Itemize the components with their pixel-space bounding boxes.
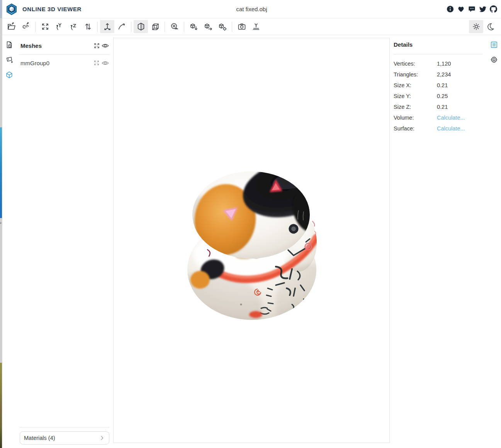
theme-toggle — [469, 20, 498, 33]
fit-mesh-icon[interactable] — [92, 59, 101, 67]
detail-value: 0.25 — [437, 93, 448, 99]
app-logo-icon — [5, 3, 18, 15]
details-row: Surface:Calculate... — [394, 123, 486, 134]
details-row: Triangles:2,234 — [394, 69, 486, 80]
measure-icon[interactable] — [167, 20, 182, 33]
flip-up-vector-icon[interactable] — [81, 20, 95, 33]
divider — [19, 54, 110, 55]
details-panel-icon[interactable] — [489, 40, 499, 49]
details-row: Volume:Calculate... — [394, 112, 486, 123]
meshes-panel-title: Meshes — [20, 42, 92, 49]
header: ONLINE 3D VIEWER cat fixed.obj — [2, 0, 501, 19]
set-z-up-icon[interactable] — [66, 20, 81, 33]
dark-theme-icon[interactable] — [483, 20, 498, 33]
app-title: ONLINE 3D VIEWER — [22, 6, 82, 12]
settings-icon[interactable] — [489, 55, 499, 64]
toolbar-separator — [232, 22, 232, 32]
fit-all-meshes-icon[interactable] — [92, 41, 101, 50]
details-row: Size Z:0.21 — [394, 101, 486, 112]
detail-label: Size Y: — [394, 93, 437, 99]
materials-button-label: Materials (4) — [24, 435, 99, 441]
detail-value: 0.21 — [437, 82, 448, 88]
detail-value: 0.21 — [437, 104, 448, 110]
set-y-up-icon[interactable] — [52, 20, 66, 33]
toolbar-separator — [97, 22, 98, 32]
detail-value: 2,234 — [437, 71, 451, 78]
open-url-icon[interactable] — [19, 20, 33, 33]
file-details-icon[interactable] — [5, 40, 14, 49]
toolbar-separator — [184, 22, 184, 32]
detail-label: Size X: — [394, 82, 437, 88]
feedback-icon[interactable] — [468, 5, 476, 13]
detail-value: 1,120 — [437, 61, 451, 67]
calculate-volume-link[interactable]: Calculate... — [437, 115, 465, 121]
mesh-item-label: mmGroup0 — [20, 60, 92, 66]
solid-view-icon[interactable] — [134, 20, 148, 33]
background-sliver-arrow: › — [0, 220, 2, 225]
twitter-icon[interactable] — [479, 5, 486, 13]
social-links — [447, 5, 497, 13]
print-icon[interactable] — [249, 20, 263, 33]
show-hide-mesh-icon[interactable] — [101, 59, 109, 67]
snapshot-icon[interactable] — [234, 20, 249, 33]
materials-button[interactable]: Materials (4) — [20, 431, 109, 445]
calculate-surface-link[interactable]: Calculate... — [437, 125, 465, 132]
toolbar-separator — [165, 22, 165, 32]
details-panel-title: Details — [394, 41, 413, 48]
detail-label: Vertices: — [394, 61, 437, 67]
open-file-icon[interactable] — [4, 20, 19, 33]
wireframe-view-icon[interactable] — [148, 20, 162, 33]
detail-label: Size Z: — [394, 104, 437, 110]
heart-icon[interactable] — [457, 5, 465, 13]
meshes-panel: Meshes mmGroup0 Materials (4) — [16, 35, 113, 448]
fixed-up-vector-icon[interactable] — [100, 20, 114, 33]
materials-rail-icon[interactable] — [5, 55, 14, 64]
detail-label: Volume: — [394, 115, 437, 121]
chevron-right-icon — [99, 435, 105, 441]
light-theme-icon[interactable] — [469, 20, 483, 33]
details-row: Vertices:1,120 — [394, 58, 486, 69]
divider — [394, 54, 482, 54]
details-row: Size X:0.21 — [394, 80, 486, 91]
right-rail — [487, 35, 501, 448]
meshes-rail-icon[interactable] — [5, 70, 14, 79]
viewport-3d-canvas[interactable] — [113, 38, 390, 443]
cat-model — [114, 38, 389, 442]
left-rail — [2, 35, 16, 448]
embed-icon[interactable] — [215, 20, 229, 33]
share-icon[interactable] — [201, 20, 215, 33]
github-icon[interactable] — [490, 5, 497, 13]
show-hide-all-meshes-icon[interactable] — [101, 41, 109, 50]
mesh-list-item[interactable]: mmGroup0 — [20, 58, 109, 68]
detail-label: Surface: — [394, 125, 437, 132]
free-orbit-icon[interactable] — [114, 20, 129, 33]
fit-to-window-icon[interactable] — [38, 20, 52, 33]
toolbar — [2, 19, 501, 35]
details-row: Size Y:0.25 — [394, 91, 486, 101]
toolbar-separator — [131, 22, 131, 32]
info-icon[interactable] — [447, 5, 454, 13]
toolbar-separator — [35, 22, 36, 32]
export-icon[interactable] — [187, 20, 201, 33]
detail-label: Triangles: — [394, 71, 437, 78]
divider — [20, 427, 109, 428]
